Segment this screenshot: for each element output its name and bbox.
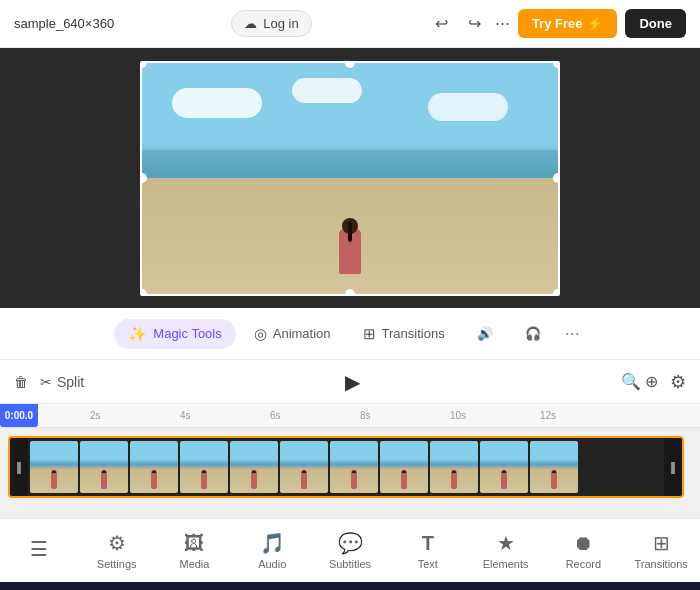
transitions-icon: ⊞ (363, 325, 376, 343)
tab-headphone-button[interactable]: 🎧 (511, 320, 555, 347)
time-12s: 12s (540, 410, 556, 421)
text-icon: T (422, 532, 434, 555)
nav-media-label: Media (179, 558, 209, 570)
toolbar-tabs: ✨ Magic Tools ◎ Animation ⊞ Transitions … (0, 308, 700, 360)
animation-icon: ◎ (254, 325, 267, 343)
nav-settings-label: Settings (97, 558, 137, 570)
redo-button[interactable]: ↪ (462, 10, 487, 37)
delete-button[interactable]: 🗑 (14, 374, 28, 390)
media-icon: 🖼 (184, 532, 204, 555)
menu-icon: ☰ (30, 537, 48, 561)
elements-icon: ★ (497, 531, 515, 555)
headphone-icon: 🎧 (525, 326, 541, 341)
track-container: ‖ ‖ (0, 428, 700, 506)
toolbar-more-button[interactable]: ··· (559, 317, 586, 350)
zoom-in-icon: ⊕ (645, 373, 658, 390)
tab-animation-label: Animation (273, 326, 331, 341)
current-time-text: 0:00.0 (5, 410, 33, 421)
bottom-nav: ☰ ⚙ Settings 🖼 Media 🎵 Audio 💬 Subtitles… (0, 518, 700, 582)
tab-transitions-label: Transitions (382, 326, 445, 341)
nav-text[interactable]: T Text (389, 528, 467, 574)
try-free-label: Try Free (532, 16, 583, 31)
split-label: Split (57, 374, 84, 390)
cloud-decoration-2 (292, 78, 362, 103)
tab-magic-tools-label: Magic Tools (153, 326, 221, 341)
video-track[interactable]: ‖ ‖ (8, 436, 684, 498)
nav-elements[interactable]: ★ Elements (467, 527, 545, 574)
login-button[interactable]: ☁ Log in (231, 10, 311, 37)
cloud-decoration-1 (172, 88, 262, 118)
tab-magic-tools[interactable]: ✨ Magic Tools (114, 319, 235, 349)
thumb-6 (330, 441, 378, 493)
audio-icon: 🎵 (260, 531, 285, 555)
zoom-out-button[interactable]: 🔍 (621, 372, 641, 391)
thumb-2 (130, 441, 178, 493)
try-free-button[interactable]: Try Free ⚡ (518, 9, 618, 38)
time-2s: 2s (90, 410, 101, 421)
thumb-9 (480, 441, 528, 493)
th2-body (151, 473, 157, 489)
resize-handle-tl[interactable] (140, 61, 147, 68)
thumb-0 (30, 441, 78, 493)
resize-handle-tr[interactable] (553, 61, 560, 68)
nav-record[interactable]: ⏺ Record (544, 528, 622, 574)
thumb-7 (380, 441, 428, 493)
header: sample_640×360 ☁ Log in ↩ ↪ ··· Try Free… (0, 0, 700, 48)
thumb-8 (430, 441, 478, 493)
tab-transitions[interactable]: ⊞ Transitions (349, 319, 459, 349)
timeline-ruler: 0:00.0 2s 4s 6s 8s 10s 12s (0, 404, 700, 428)
time-6s: 6s (270, 410, 281, 421)
cloud-decoration-3 (428, 93, 508, 121)
canvas-area: ↻ (0, 48, 700, 308)
current-time-indicator: 0:00.0 (0, 404, 38, 427)
th7-body (401, 473, 407, 489)
tab-sound-button[interactable]: 🔊 (463, 320, 507, 347)
thumb-3 (180, 441, 228, 493)
nav-menu[interactable]: ☰ (0, 533, 78, 568)
record-icon: ⏺ (573, 532, 593, 555)
split-icon: ✂ (40, 374, 52, 390)
th8-body (451, 473, 457, 489)
timeline-area: ‖ ‖ (0, 428, 700, 518)
undo-button[interactable]: ↩ (429, 10, 454, 37)
resize-handle-bm[interactable] (345, 289, 355, 296)
nav-transitions-label: Transitions (634, 558, 687, 570)
th4-body (251, 473, 257, 489)
thumb-10 (530, 441, 578, 493)
time-8s: 8s (360, 410, 371, 421)
resize-handle-rm[interactable] (553, 173, 560, 183)
track-left-handle[interactable]: ‖ (10, 438, 28, 496)
magic-tools-icon: ✨ (128, 325, 147, 343)
play-button[interactable]: ▶ (345, 370, 360, 394)
header-right: ↩ ↪ ··· Try Free ⚡ Done (429, 9, 686, 38)
delete-icon: 🗑 (14, 374, 28, 390)
nav-audio[interactable]: 🎵 Audio (233, 527, 311, 574)
th6-body (351, 473, 357, 489)
nav-settings[interactable]: ⚙ Settings (78, 527, 156, 574)
sound-icon: 🔊 (477, 326, 493, 341)
track-right-handle[interactable]: ‖ (664, 438, 682, 496)
nav-subtitles-label: Subtitles (329, 558, 371, 570)
tab-animation[interactable]: ◎ Animation (240, 319, 345, 349)
file-name: sample_640×360 (14, 16, 114, 31)
resize-handle-br[interactable] (553, 289, 560, 296)
time-10s: 10s (450, 410, 466, 421)
nav-text-label: Text (418, 558, 438, 570)
nav-subtitles[interactable]: 💬 Subtitles (311, 527, 389, 574)
lightning-icon: ⚡ (587, 16, 603, 31)
th9-body (501, 473, 507, 489)
timeline-settings-button[interactable]: ⚙ (670, 371, 686, 393)
nav-transitions[interactable]: ⊞ Transitions (622, 527, 700, 574)
done-button[interactable]: Done (625, 9, 686, 38)
resize-handle-tm[interactable] (345, 61, 355, 68)
split-button[interactable]: ✂ Split (40, 374, 84, 390)
more-options-button[interactable]: ··· (495, 13, 510, 34)
zoom-in-button[interactable]: ⊕ (645, 372, 658, 391)
header-center: ☁ Log in (231, 10, 311, 37)
login-label: Log in (263, 16, 298, 31)
person-figure (335, 209, 365, 274)
subtitles-icon: 💬 (338, 531, 363, 555)
nav-media[interactable]: 🖼 Media (156, 528, 234, 574)
settings-icon: ⚙ (670, 372, 686, 392)
nav-audio-label: Audio (258, 558, 286, 570)
